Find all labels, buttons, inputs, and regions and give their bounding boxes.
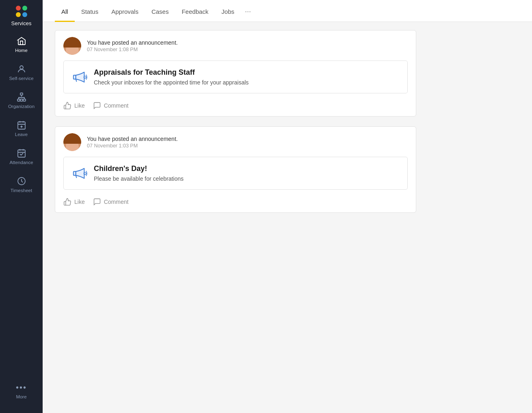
svg-point-0 xyxy=(20,66,23,69)
post-1-body: Check your inboxes for the appointed tim… xyxy=(94,79,399,86)
tabs-bar: All Status Approvals Cases Feedback Jobs… xyxy=(43,0,532,22)
post-2-like-label: Like xyxy=(74,199,85,205)
sidebar-item-timesheet-label: Timesheet xyxy=(11,188,32,193)
megaphone-icon-2 xyxy=(72,165,87,181)
avatar-2 xyxy=(63,133,81,151)
tab-cases[interactable]: Cases xyxy=(145,1,175,22)
attendance-icon xyxy=(17,148,26,158)
sidebar-item-attendance[interactable]: Attendance xyxy=(0,143,43,171)
sidebar-item-organization[interactable]: Organization xyxy=(0,86,43,115)
dot-red xyxy=(16,6,21,11)
tab-jobs[interactable]: Jobs xyxy=(215,1,241,22)
sidebar: Services Home Self-service Organization … xyxy=(0,0,43,413)
post-1-announcement-text: You have posted an announcement. xyxy=(87,39,178,46)
dot-blue xyxy=(22,12,27,17)
post-1-like-button[interactable]: Like xyxy=(63,100,85,111)
sidebar-item-home[interactable]: Home xyxy=(0,30,43,58)
post-1: You have posted an announcement. 07 Nove… xyxy=(55,30,416,117)
sidebar-item-self-service-label: Self-service xyxy=(9,76,33,81)
sidebar-item-timesheet[interactable]: Timesheet xyxy=(0,171,43,199)
like-icon-2 xyxy=(63,198,71,206)
svg-point-6 xyxy=(21,126,22,127)
post-1-meta: You have posted an announcement. 07 Nove… xyxy=(87,39,178,52)
post-2-title: Children's Day! xyxy=(94,164,399,173)
svg-rect-7 xyxy=(18,150,25,157)
tab-more-button[interactable]: ··· xyxy=(241,0,255,22)
post-1-comment-label: Comment xyxy=(104,102,129,109)
person-icon xyxy=(17,64,26,74)
sidebar-item-home-label: Home xyxy=(15,48,28,53)
org-icon xyxy=(17,92,26,102)
post-1-comment-button[interactable]: Comment xyxy=(93,100,129,111)
post-2-announcement-content: Children's Day! Please be available for … xyxy=(94,164,399,182)
leave-icon xyxy=(17,120,26,130)
sidebar-item-more[interactable]: ••• More xyxy=(0,377,43,405)
svg-rect-5 xyxy=(18,122,25,129)
post-1-time: 07 November 1:08 PM xyxy=(87,47,178,52)
home-icon xyxy=(17,36,26,46)
svg-rect-4 xyxy=(23,99,26,101)
post-2-header: You have posted an announcement. 07 Nove… xyxy=(55,127,416,157)
sidebar-item-attendance-label: Attendance xyxy=(9,160,33,165)
brand-logo xyxy=(15,6,28,17)
tab-all[interactable]: All xyxy=(55,1,75,22)
post-2-announcement-card: Children's Day! Please be available for … xyxy=(63,157,408,190)
svg-rect-1 xyxy=(20,93,23,95)
more-dots-icon: ••• xyxy=(16,383,27,392)
tab-approvals[interactable]: Approvals xyxy=(105,1,145,22)
like-icon-1 xyxy=(63,102,71,110)
post-1-announcement-content: Appraisals for Teaching Staff Check your… xyxy=(94,68,399,86)
clock-icon xyxy=(17,176,26,186)
post-2-comment-label: Comment xyxy=(104,199,129,205)
post-2-actions: Like Comment xyxy=(55,191,416,212)
avatar-1 xyxy=(63,37,81,55)
post-1-announcement-card: Appraisals for Teaching Staff Check your… xyxy=(63,61,408,93)
megaphone-icon-1 xyxy=(72,69,87,84)
sidebar-item-leave[interactable]: Leave xyxy=(0,115,43,143)
brand-label: Services xyxy=(11,20,32,26)
main-content: All Status Approvals Cases Feedback Jobs… xyxy=(43,0,532,413)
dot-yellow xyxy=(16,12,21,17)
post-2-announcement-text: You have posted an announcement. xyxy=(87,136,178,142)
tab-feedback[interactable]: Feedback xyxy=(175,1,215,22)
post-1-title: Appraisals for Teaching Staff xyxy=(94,68,399,77)
post-1-header: You have posted an announcement. 07 Nove… xyxy=(55,30,416,61)
feed: You have posted an announcement. 07 Nove… xyxy=(43,22,428,231)
post-2: You have posted an announcement. 07 Nove… xyxy=(55,126,416,213)
comment-icon-2 xyxy=(93,198,101,206)
dot-green xyxy=(22,6,27,11)
post-2-body: Please be available for celebrations xyxy=(94,175,399,182)
brand-section: Services xyxy=(0,0,43,30)
sidebar-item-leave-label: Leave xyxy=(15,132,28,137)
sidebar-item-self-service[interactable]: Self-service xyxy=(0,58,43,86)
svg-rect-9 xyxy=(74,75,76,79)
post-2-meta: You have posted an announcement. 07 Nove… xyxy=(87,136,178,149)
post-1-like-label: Like xyxy=(74,102,85,109)
sidebar-item-more-label: More xyxy=(16,394,26,399)
comment-icon-1 xyxy=(93,102,101,110)
svg-rect-3 xyxy=(20,99,23,101)
post-2-comment-button[interactable]: Comment xyxy=(93,196,129,208)
post-2-like-button[interactable]: Like xyxy=(63,196,85,208)
sidebar-nav: Home Self-service Organization Leave Att… xyxy=(0,30,43,413)
svg-rect-2 xyxy=(17,99,20,101)
sidebar-item-organization-label: Organization xyxy=(8,104,35,109)
post-1-actions: Like Comment xyxy=(55,95,416,116)
post-2-time: 07 November 1:03 PM xyxy=(87,143,178,149)
svg-rect-11 xyxy=(74,171,76,175)
tab-status[interactable]: Status xyxy=(75,1,105,22)
